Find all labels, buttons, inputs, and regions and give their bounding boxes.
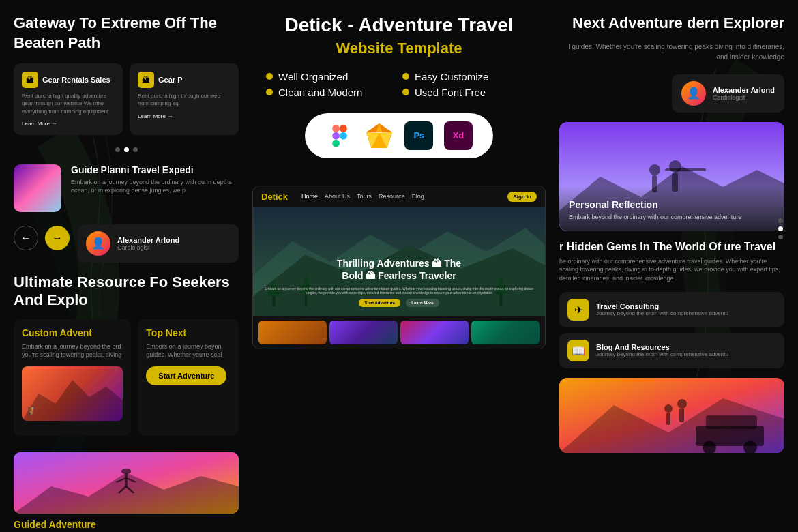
nav-about: About Us [325,193,350,200]
mockup-thumb-3 [400,321,469,344]
mockup-hero-sub: Embark on a journey beyond the ordinary … [260,286,538,295]
mockup-logo: Detick [261,192,288,202]
dot-r1[interactable] [778,218,783,223]
mountain-label: Personal Reflection [569,199,775,210]
guided-title: Guided Adventure [14,519,239,530]
dot-3[interactable] [133,147,138,152]
svg-rect-45 [679,409,684,422]
svg-point-13 [340,132,347,139]
card-link-2[interactable]: Learn More → [138,113,231,119]
right-mountain-overlay: Personal Reflection Embark beyond the or… [559,186,784,231]
mockup-images-row [253,316,545,349]
feature-item-1: Well Organized [266,71,396,83]
nav-arrows: ← → [14,226,70,250]
guided-section: Guided Adventure Embark on a journey bey… [14,452,239,532]
svg-point-44 [677,399,687,409]
svg-marker-0 [22,380,123,421]
website-mockup: Detick Home About Us Tours Resource Blog… [252,186,546,349]
right-mountain-image: Personal Reflection Embark beyond the or… [559,122,784,231]
feature-item-2: Easy Customize [402,71,532,83]
dot-1[interactable] [115,147,120,152]
start-adventure-mockup-btn[interactable]: Start Adventure [359,299,400,307]
card-title-1: Gear Rentals Sales [42,76,110,84]
feature-dot-3 [266,89,273,95]
guide-image [14,164,61,212]
guide-text: Guide Planni Travel Expedi Embark on a j… [71,164,239,195]
mockup-thumb-4 [471,321,540,344]
service-card-1: ✈ Travel Consulting Journey beyond the o… [559,292,784,327]
feature-label-2: Easy Customize [415,71,488,83]
custom-desc: Embark on a journey beyond the ord you'r… [22,342,123,359]
prev-arrow[interactable]: ← [14,226,38,250]
gear-icon-2: 🏔 [138,72,154,88]
nav-blog: Blog [412,193,424,200]
mockup-nav-links: Home About Us Tours Resource Blog [301,193,424,200]
service-card-2: 📖 Blog And Resources Journey beyond the … [559,333,784,368]
profile-name-right: Alexander Arlond [713,86,775,94]
svg-point-31 [649,164,660,175]
start-adventure-btn[interactable]: Start Adventure [146,366,226,385]
card-desc-1: Rent purcha high quality adventure gear … [22,92,115,115]
card-desc-2: Rent purcha high through our web from ca… [138,92,231,107]
service-icon-1: ✈ [567,299,589,321]
custom-thumb-image: 🧗 [22,366,123,421]
right-profile: 👤 Alexander Arlond Cardiologist [559,74,784,113]
figma-icon [325,121,354,150]
guide-title: Guide Planni Travel Expedi [71,164,239,175]
dot-r3[interactable] [778,235,783,239]
dot-2[interactable] [124,147,129,152]
hidden-gems-desc: he ordinary with our comprehensive adven… [559,257,784,283]
learn-more-mockup-btn[interactable]: Learn More [406,299,439,307]
nav-home: Home [301,193,318,200]
right-panel: Next Adventure dern Explorer l guides. W… [546,0,798,532]
mockup-hero-btns: Start Adventure Learn More [253,299,545,307]
service-desc-2: Journey beyond the ordin with comprehens… [596,351,728,358]
gear-icon-1: 🏔 [22,72,38,88]
feature-dot-2 [402,73,409,80]
custom-thumb-label: 🧗 [27,407,37,415]
svg-point-42 [664,404,673,413]
service-info-2: Blog And Resources Journey beyond the or… [596,343,728,358]
profile-avatar-right: 👤 [681,81,706,106]
service-icon-2: 📖 [567,340,589,361]
right-bottom-image [559,378,784,453]
profile-card-left: 👤 Alexander Arlond Cardiologist [78,224,239,263]
left-panel: Gateway To Extreme Off The Beaten Path 🏔… [0,0,252,532]
profile-role-left: Cardiologist [117,244,179,251]
next-card: Top Next Embors on a journey beyon guide… [138,319,239,436]
next-arrow[interactable]: → [45,226,70,250]
card-link-1[interactable]: Learn More → [22,121,115,127]
service-desc-1: Journey beyond the ordin with comprehens… [596,310,728,317]
svg-point-3 [121,469,132,474]
dot-r2[interactable] [778,226,783,231]
feature-dot-4 [402,89,409,95]
tools-pill: Ps Xd [305,113,493,158]
right-top-desc: l guides. Whether you're scaling towerin… [559,42,784,62]
guide-section: Guide Planni Travel Expedi Embark on a j… [14,164,239,212]
card-title-2: Gear P [158,76,182,84]
profile-info-left: Alexander Arlond Cardiologist [117,236,179,251]
mockup-signin[interactable]: Sign In [507,192,537,202]
mockup-hero-text: Thrilling Adventures 🏔 TheBold 🏔 Fearles… [260,257,538,282]
gear-card-2: 🏔 Gear P Rent purcha high through our we… [130,63,239,135]
service-info-1: Travel Consulting Journey beyond the ord… [596,302,728,317]
right-top-title: Next Adventure dern Explorer [559,14,784,33]
mockup-hero: Thrilling Adventures 🏔 TheBold 🏔 Fearles… [253,207,545,316]
profile-avatar-left: 👤 [86,231,110,256]
custom-title: Custom Advent [22,327,123,338]
mountain-sub: Embark beyond the ordinary with our comp… [569,213,775,222]
feature-item-4: Used Font Free [402,87,532,98]
mockup-thumb-2 [329,321,398,344]
right-profile-inner: 👤 Alexander Arlond Cardiologist [672,74,784,113]
feature-dot-1 [266,73,273,80]
custom-card: Custom Advent Embark on a journey beyond… [14,319,131,436]
svg-rect-10 [340,125,347,132]
profile-info-right: Alexander Arlond Cardiologist [713,86,775,101]
feature-label-4: Used Font Free [415,87,486,98]
center-panel: Detick - Adventure Travel Website Templa… [252,14,546,349]
main-title: Detick - Adventure Travel [252,14,546,37]
photoshop-icon: Ps [404,121,433,150]
next-desc: Embors on a journey beyon guides. Whethe… [146,342,231,359]
dots-indicator [14,147,239,152]
dots-right [778,218,783,239]
